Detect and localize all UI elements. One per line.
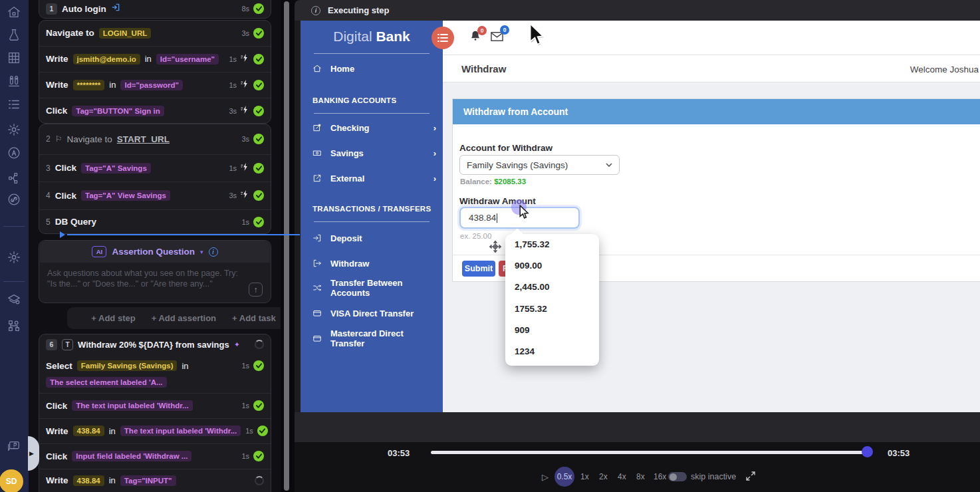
tests-flask-icon[interactable] xyxy=(7,27,21,42)
home-icon[interactable] xyxy=(7,5,21,19)
nav-label: Savings xyxy=(330,148,364,158)
flag-icon: ⚐ xyxy=(55,134,62,144)
substep-row[interactable]: Navigate to LOGIN_URL 3s xyxy=(39,20,271,46)
play-icon[interactable]: ▷ xyxy=(542,472,549,482)
insert-position-line xyxy=(67,234,300,235)
step-duration: 1s xyxy=(229,55,237,63)
assertion-title: Assertion Question xyxy=(112,247,195,257)
sidebar-toggle-button[interactable] xyxy=(431,27,454,49)
add-task-button[interactable]: + Add task xyxy=(232,313,276,323)
preposition: in xyxy=(182,361,188,371)
skip-inactive-toggle[interactable] xyxy=(668,472,687,481)
autocomplete-option[interactable]: 909.00 xyxy=(515,261,542,271)
autocomplete-option[interactable]: 2,445.00 xyxy=(515,282,550,292)
nav-savings[interactable]: Savings › xyxy=(312,147,436,159)
autocomplete-option[interactable]: 1,755.32 xyxy=(515,239,550,249)
nav-visa-direct-transfer[interactable]: VISA Direct Transfer xyxy=(312,307,436,319)
action-label: Write xyxy=(46,475,68,485)
success-check-icon xyxy=(253,106,264,116)
value-badge: ******** xyxy=(73,80,105,90)
bank-logo[interactable]: Digital Bank xyxy=(301,29,443,45)
preposition: in xyxy=(109,426,116,436)
nav-transfer-between-accounts[interactable]: Transfer Between Accounts xyxy=(312,282,436,294)
step5-row[interactable]: 5 DB Query 1s xyxy=(39,209,271,234)
user-avatar[interactable]: SD xyxy=(0,469,23,492)
help-chat-icon[interactable] xyxy=(7,439,21,454)
pipelines-icon[interactable] xyxy=(7,171,21,185)
vertical-scrollbar[interactable] xyxy=(284,1,289,491)
nav-withdraw[interactable]: Withdraw xyxy=(312,257,436,269)
nav-external[interactable]: External › xyxy=(312,172,436,184)
speed-1x-button[interactable]: 1x xyxy=(580,472,589,481)
sidebar-divider xyxy=(314,53,429,54)
preferences-gear-icon[interactable] xyxy=(7,250,21,265)
link-icon[interactable] xyxy=(7,192,21,207)
speed-0.5x-button[interactable]: 0.5x xyxy=(554,467,574,487)
success-check-icon xyxy=(257,426,268,436)
step1-row[interactable]: 1 Auto login 8s xyxy=(39,0,271,19)
substep-row[interactable]: Write jsmith@demo.io in Id="username" 1s xyxy=(39,46,271,72)
substep-row[interactable]: Select Family Savings (Savings) in 1s xyxy=(39,357,271,374)
speed-4x-button[interactable]: 4x xyxy=(618,472,626,481)
stack-settings-icon[interactable] xyxy=(7,292,21,307)
selector-badge: Id="username" xyxy=(156,54,219,64)
action-label: Click xyxy=(46,106,67,116)
success-check-icon xyxy=(253,80,264,90)
nav-mastercard-direct-transfer[interactable]: Mastercard Direct Transfer xyxy=(312,332,436,344)
speed-16x-button[interactable]: 16x xyxy=(654,472,666,481)
add-assertion-button[interactable]: + Add assertion xyxy=(152,313,216,323)
step6-header-row[interactable]: 6 T Withdraw 20% ${DATA} from savings ✦ xyxy=(39,336,271,353)
progress-handle[interactable] xyxy=(862,446,873,457)
action-label: Select xyxy=(46,361,72,371)
nav-deposit[interactable]: Deposit xyxy=(312,232,436,244)
nav-checking[interactable]: Checking › xyxy=(312,122,436,134)
autocomplete-option[interactable]: 1755.32 xyxy=(515,304,547,314)
org-settings-icon[interactable] xyxy=(7,318,21,333)
nav-home[interactable]: Home xyxy=(312,62,436,74)
info-icon[interactable]: i xyxy=(209,247,218,257)
home-icon xyxy=(312,64,322,73)
assertion-input[interactable]: Ask questions about what you see on the … xyxy=(47,268,247,290)
account-select[interactable]: Family Savings (Savings) xyxy=(459,155,620,175)
step2-row[interactable]: 2 ⚐ Navigate to START_URL 3s xyxy=(39,125,271,153)
step4-row[interactable]: 4 Click Tag="A" View Savings 3s xyxy=(39,182,271,209)
step-title: Auto login xyxy=(62,4,106,14)
substep-row[interactable]: Write 438.84 in The text input labeled '… xyxy=(39,418,271,443)
ai-badge: AI xyxy=(92,246,106,257)
bell-badge: 0 xyxy=(477,26,487,35)
executing-status-bar: i Executing step xyxy=(295,0,980,21)
checklist-icon[interactable] xyxy=(7,97,21,112)
persona-icon[interactable] xyxy=(7,146,21,160)
bank-app-viewport: Digital Bank Home BANKING ACCOUNTS Check… xyxy=(301,21,980,412)
collections-icon[interactable] xyxy=(7,74,21,88)
speed-8x-button[interactable]: 8x xyxy=(636,472,645,481)
substep-row[interactable]: Click Tag="BUTTON" Sign in 3s xyxy=(39,98,271,124)
step-duration: 3s xyxy=(229,191,237,199)
autocomplete-option[interactable]: 1234 xyxy=(515,346,535,356)
sign-in-icon xyxy=(312,233,322,243)
info-icon: i xyxy=(311,6,320,15)
start-url-link[interactable]: START_URL xyxy=(117,134,170,144)
substep-row[interactable]: Click Input field labeled 'Withdraw ... … xyxy=(39,443,271,469)
speed-2x-button[interactable]: 2x xyxy=(599,472,608,481)
send-arrow-button[interactable]: ↑ xyxy=(249,283,263,297)
action-label: Write xyxy=(46,426,68,436)
submit-button[interactable]: Submit xyxy=(462,261,495,277)
chevron-right-icon: › xyxy=(433,123,436,133)
fullscreen-icon[interactable] xyxy=(745,471,756,484)
grid-icon[interactable] xyxy=(7,51,21,65)
assertion-header[interactable]: AI Assertion Question ▾ i xyxy=(40,241,270,263)
settings-gear-icon[interactable] xyxy=(7,122,21,137)
running-spinner xyxy=(255,476,264,485)
autocomplete-option[interactable]: 909 xyxy=(515,325,530,335)
step3-row[interactable]: 3 Click Tag="A" Savings 1s xyxy=(39,154,271,182)
chevron-down-icon[interactable]: ▾ xyxy=(200,249,203,255)
substep-row[interactable]: Write ******** in Id="password" 1s xyxy=(39,72,271,98)
progress-track[interactable] xyxy=(431,451,872,454)
substep-row[interactable]: Write 438.84 in Tag="INPUT" xyxy=(39,469,271,492)
value-badge: LOGIN_URL xyxy=(99,28,151,39)
credit-card-icon xyxy=(312,334,322,343)
add-step-button[interactable]: + Add step xyxy=(91,313,135,323)
nav-label: Deposit xyxy=(330,233,362,243)
substep-row[interactable]: Click The text input labeled 'Withdr... … xyxy=(39,393,271,418)
